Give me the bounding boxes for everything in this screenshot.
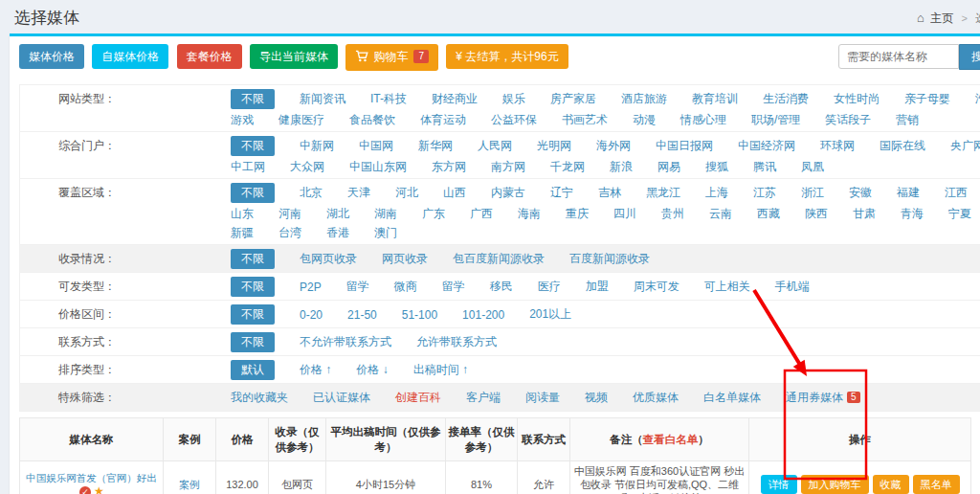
- filter-option[interactable]: 中国日报网: [656, 138, 713, 154]
- filter-option[interactable]: 甘肃: [853, 206, 876, 222]
- case-link[interactable]: 案例: [179, 479, 200, 490]
- filter-option[interactable]: 天津: [347, 185, 370, 201]
- filter-option[interactable]: 安徽: [849, 185, 872, 201]
- filter-option[interactable]: 环球网: [820, 138, 855, 154]
- filter-option[interactable]: 中新网: [300, 138, 334, 154]
- filter-option[interactable]: 上海: [705, 185, 728, 201]
- filter-option[interactable]: 房产家居: [550, 91, 596, 107]
- filter-option[interactable]: 视频: [585, 390, 608, 406]
- filter-chip-selected[interactable]: 默认: [231, 360, 275, 380]
- filter-option[interactable]: 台湾: [278, 225, 301, 241]
- filter-option[interactable]: 广东: [422, 206, 445, 222]
- filter-option[interactable]: 腾讯: [753, 159, 776, 175]
- filter-chip-selected[interactable]: 不限: [231, 89, 275, 109]
- filter-option[interactable]: 东方网: [432, 159, 466, 175]
- filter-option[interactable]: P2P: [300, 281, 322, 294]
- filter-option[interactable]: 健康医疗: [278, 112, 324, 128]
- filter-option[interactable]: 包网页收录: [300, 251, 357, 267]
- filter-option[interactable]: 百度新闻源收录: [569, 251, 650, 267]
- filter-option[interactable]: 网易: [657, 159, 680, 175]
- filter-option[interactable]: 香港: [326, 225, 349, 241]
- filter-option[interactable]: 重庆: [566, 206, 589, 222]
- filter-option[interactable]: 手机端: [775, 279, 810, 295]
- breadcrumb-home[interactable]: 主页: [930, 11, 953, 25]
- filter-option[interactable]: 湖南: [374, 206, 397, 222]
- whitelist-link[interactable]: 查看白名单: [643, 434, 699, 445]
- filter-option[interactable]: 四川: [613, 206, 636, 222]
- filter-option[interactable]: 移民: [490, 279, 513, 295]
- filter-option[interactable]: 可上相关: [704, 279, 750, 295]
- filter-option[interactable]: 澳门: [374, 225, 397, 241]
- filter-option[interactable]: 中国网: [359, 138, 393, 154]
- self-media-price-button[interactable]: 自媒体价格: [92, 44, 168, 69]
- filter-option[interactable]: IT-科技: [370, 91, 407, 107]
- filter-option[interactable]: 不允许带联系方式: [300, 334, 391, 350]
- filter-option[interactable]: 笑话段子: [825, 112, 871, 128]
- filter-option[interactable]: 国际在线: [880, 138, 925, 154]
- filter-option[interactable]: 游戏: [231, 112, 254, 128]
- filter-option[interactable]: 加盟: [586, 279, 609, 295]
- filter-option[interactable]: 山西: [443, 185, 466, 201]
- filter-option[interactable]: 山东: [231, 206, 254, 222]
- filter-option[interactable]: 中工网: [231, 159, 265, 175]
- filter-option[interactable]: 已认证媒体: [313, 390, 370, 406]
- filter-option[interactable]: 娱乐: [502, 91, 525, 107]
- media-name-link[interactable]: 中国娱乐网首发（官网）好出: [26, 472, 157, 483]
- filter-option[interactable]: 湖北: [326, 206, 349, 222]
- filter-option[interactable]: 微商: [394, 279, 417, 295]
- filter-option[interactable]: 江苏: [753, 185, 776, 201]
- filter-option[interactable]: 51-100: [402, 308, 437, 322]
- filter-option[interactable]: 医疗: [538, 279, 561, 295]
- filter-option[interactable]: 体育运动: [420, 112, 466, 128]
- filter-option[interactable]: 河北: [395, 185, 418, 201]
- search-input[interactable]: [838, 44, 959, 69]
- filter-option[interactable]: 大众网: [290, 159, 324, 175]
- filter-option[interactable]: 价格 ↑: [300, 362, 331, 378]
- filter-option[interactable]: 贵州: [661, 206, 684, 222]
- filter-chip-selected[interactable]: 不限: [231, 304, 275, 325]
- filter-option[interactable]: 中国山东网: [349, 159, 407, 175]
- filter-option[interactable]: 我的收藏夹: [231, 390, 288, 406]
- favorite-button[interactable]: 收藏: [873, 475, 909, 494]
- filter-option[interactable]: 陕西: [805, 206, 828, 222]
- filter-option[interactable]: 留学: [346, 279, 369, 295]
- filter-option[interactable]: 宁夏: [948, 206, 971, 222]
- filter-option[interactable]: 央广网: [950, 138, 980, 154]
- filter-option[interactable]: 内蒙古: [491, 185, 525, 201]
- filter-option[interactable]: 青海: [901, 206, 924, 222]
- filter-option[interactable]: 海外网: [596, 138, 631, 154]
- filter-option[interactable]: 江西: [945, 185, 968, 201]
- filter-option[interactable]: 福建: [897, 185, 920, 201]
- filter-option[interactable]: 凤凰: [801, 159, 824, 175]
- filter-option[interactable]: 云南: [709, 206, 732, 222]
- filter-option[interactable]: 浙江: [801, 185, 824, 201]
- filter-option[interactable]: 允许带联系方式: [416, 334, 497, 350]
- filter-option[interactable]: 新疆: [231, 225, 254, 241]
- filter-option[interactable]: 吉林: [598, 185, 621, 201]
- filter-option[interactable]: 新华网: [418, 138, 453, 154]
- filter-option[interactable]: 新浪: [610, 159, 633, 175]
- cart-button[interactable]: 购物车7: [345, 44, 438, 71]
- filter-chip-selected[interactable]: 不限: [231, 277, 275, 297]
- filter-option[interactable]: 广西: [470, 206, 493, 222]
- filter-option[interactable]: 201以上: [529, 306, 571, 323]
- filter-option[interactable]: 营销: [896, 112, 919, 128]
- filter-option[interactable]: 生活消费: [763, 91, 809, 107]
- filter-option[interactable]: 创建百科: [395, 390, 441, 406]
- filter-option[interactable]: 101-200: [462, 308, 504, 322]
- filter-chip-selected[interactable]: 不限: [231, 249, 275, 269]
- filter-option[interactable]: 酒店旅游: [621, 91, 667, 107]
- filter-option[interactable]: 出稿时间 ↑: [413, 362, 468, 378]
- filter-chip-selected[interactable]: 不限: [231, 183, 275, 203]
- filter-option[interactable]: 食品餐饮: [349, 112, 395, 128]
- filter-option[interactable]: 辽宁: [550, 185, 573, 201]
- filter-option[interactable]: 阅读量: [525, 390, 560, 406]
- filter-chip-selected[interactable]: 不限: [231, 332, 275, 352]
- filter-option[interactable]: 西藏: [757, 206, 780, 222]
- add-to-cart-button[interactable]: 加入购物车: [801, 475, 869, 494]
- filter-option[interactable]: 书画艺术: [562, 112, 608, 128]
- filter-option[interactable]: 包百度新闻源收录: [453, 251, 545, 267]
- filter-option[interactable]: 客户端: [466, 390, 501, 406]
- filter-option[interactable]: 光明网: [537, 138, 571, 154]
- filter-option[interactable]: 动漫: [633, 112, 656, 128]
